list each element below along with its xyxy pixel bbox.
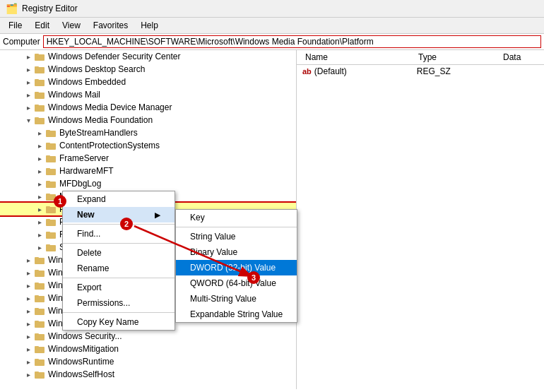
expand-icon[interactable]: ▸ — [23, 356, 34, 367]
expand-icon[interactable]: ▸ — [34, 203, 45, 215]
value-icon: ab — [302, 67, 312, 76]
context-menu-item[interactable]: Find... — [63, 226, 175, 242]
context-menu-item[interactable]: New — [63, 207, 175, 222]
folder-icon — [34, 280, 45, 291]
context-menu-item[interactable]: Copy Key Name — [63, 314, 175, 330]
expand-icon[interactable]: ▸ — [34, 140, 45, 151]
expand-icon[interactable]: ▸ — [34, 165, 45, 177]
submenu-item[interactable]: Expandable String Value — [176, 307, 297, 322]
tree-item[interactable]: ▸WindowsSelfHost — [0, 368, 296, 381]
submenu-item[interactable]: DWORD (32-bit) Value — [176, 260, 297, 275]
col-type-header: Type — [415, 52, 500, 63]
context-menu-item[interactable]: Permissions... — [63, 295, 175, 311]
svg-rect-7 — [35, 92, 39, 94]
address-bar: Computer — [0, 34, 544, 50]
folder-icon — [34, 254, 45, 266]
svg-rect-23 — [46, 194, 50, 196]
svg-rect-31 — [46, 244, 50, 247]
tree-item[interactable]: ▸ByteStreamHandlers — [0, 126, 296, 139]
svg-rect-33 — [35, 257, 39, 259]
folder-icon — [34, 292, 45, 304]
folder-icon — [45, 140, 57, 151]
expand-icon[interactable]: ▸ — [23, 267, 34, 278]
tree-item[interactable]: ▸FrameServer — [0, 152, 296, 165]
expand-icon[interactable]: ▸ — [34, 127, 45, 138]
expand-icon[interactable]: ▸ — [23, 89, 34, 100]
right-panel: Name Type Data ab (Default) REG_SZ — [297, 50, 544, 389]
expand-icon[interactable]: ▾ — [23, 114, 34, 126]
expand-icon[interactable]: ▸ — [23, 343, 34, 355]
tree-item-label: Windows Media Foundation — [47, 115, 153, 125]
context-menu-item[interactable]: Delete — [63, 245, 175, 261]
tree-item[interactable]: ▸Windows Mail — [0, 88, 296, 101]
expand-icon[interactable]: ▸ — [23, 254, 34, 266]
registry-value-default[interactable]: ab (Default) REG_SZ — [297, 65, 544, 78]
menu-divider — [63, 278, 175, 278]
menu-item-favorites[interactable]: Favorites — [88, 19, 134, 32]
tree-item[interactable]: ▸ContentProtectionSystems — [0, 139, 296, 152]
expand-icon[interactable]: ▸ — [34, 229, 45, 240]
value-type: REG_SZ — [417, 66, 502, 76]
folder-icon — [34, 51, 45, 62]
submenu-item[interactable]: QWORD (64-bit) Value — [176, 275, 297, 291]
expand-icon[interactable]: ▸ — [23, 280, 34, 291]
folder-icon — [34, 305, 45, 316]
expand-icon[interactable]: ▸ — [34, 242, 45, 253]
tree-item[interactable]: ▾Windows Media Foundation — [0, 114, 296, 126]
tree-item-label: Windows Defender Security Center — [47, 52, 180, 61]
tree-item[interactable]: ▸Windows Desktop Search — [0, 63, 296, 76]
tree-item[interactable]: ▸WindowsMitigation — [0, 343, 296, 355]
expand-icon[interactable]: ▸ — [34, 216, 45, 227]
menu-item-view[interactable]: View — [57, 19, 86, 32]
expand-icon[interactable]: ▸ — [23, 51, 34, 62]
folder-icon — [34, 64, 45, 75]
expand-icon[interactable]: ▸ — [23, 64, 34, 75]
context-menu-platform: ExpandNewFind...DeleteRenameExportPermis… — [62, 191, 175, 331]
svg-rect-45 — [35, 333, 39, 335]
folder-icon — [34, 102, 45, 113]
tree-item[interactable]: ▸WindowsRuntime — [0, 355, 296, 368]
expand-icon[interactable]: ▸ — [23, 292, 34, 304]
svg-rect-51 — [35, 372, 39, 374]
expand-icon[interactable]: ▸ — [23, 318, 34, 329]
svg-rect-25 — [46, 206, 50, 208]
tree-item[interactable]: ▸Windows Defender Security Center — [0, 50, 296, 63]
expand-icon[interactable]: ▸ — [23, 305, 34, 316]
tree-item[interactable]: ▸Windows Media Device Manager — [0, 101, 296, 114]
title-text: Registry Editor — [22, 4, 78, 13]
svg-rect-3 — [35, 66, 39, 69]
svg-rect-13 — [46, 130, 50, 132]
expand-icon[interactable]: ▸ — [34, 178, 45, 189]
expand-icon[interactable]: ▸ — [23, 102, 34, 113]
tree-item-label: WindowsMitigation — [47, 344, 119, 354]
tree-item-label: HardwareMFT — [58, 166, 114, 176]
annotation-badge-1: 1 — [54, 195, 66, 208]
folder-icon — [34, 318, 45, 329]
submenu-item[interactable]: Multi-String Value — [176, 291, 297, 307]
tree-item[interactable]: ▸MFDbgLog — [0, 177, 296, 190]
menu-item-help[interactable]: Help — [135, 19, 164, 32]
submenu-item[interactable]: Key — [176, 210, 297, 225]
context-menu-item[interactable]: Expand — [63, 191, 175, 207]
folder-icon — [45, 165, 57, 177]
menu-item-edit[interactable]: Edit — [29, 19, 55, 32]
right-header: Name Type Data — [297, 50, 544, 65]
expand-icon[interactable]: ▸ — [23, 369, 34, 380]
value-name: (Default) — [314, 66, 417, 76]
submenu-item[interactable]: Binary Value — [176, 244, 297, 260]
context-menu-item[interactable]: Export — [63, 280, 175, 295]
svg-rect-39 — [35, 295, 39, 297]
tree-item[interactable]: ▸Windows Security... — [0, 330, 296, 343]
address-field[interactable] — [43, 35, 541, 48]
folder-icon — [34, 331, 45, 342]
tree-item[interactable]: ▸HardwareMFT — [0, 165, 296, 177]
expand-icon[interactable]: ▸ — [23, 76, 34, 88]
expand-icon[interactable]: ▸ — [23, 331, 34, 342]
svg-rect-27 — [46, 219, 50, 221]
menu-item-file[interactable]: File — [3, 19, 28, 32]
expand-icon[interactable]: ▸ — [34, 153, 45, 164]
expand-icon[interactable]: ▸ — [34, 191, 45, 202]
submenu-item[interactable]: String Value — [176, 229, 297, 244]
tree-item[interactable]: ▸Windows Embedded — [0, 76, 296, 88]
context-menu-item[interactable]: Rename — [63, 261, 175, 276]
